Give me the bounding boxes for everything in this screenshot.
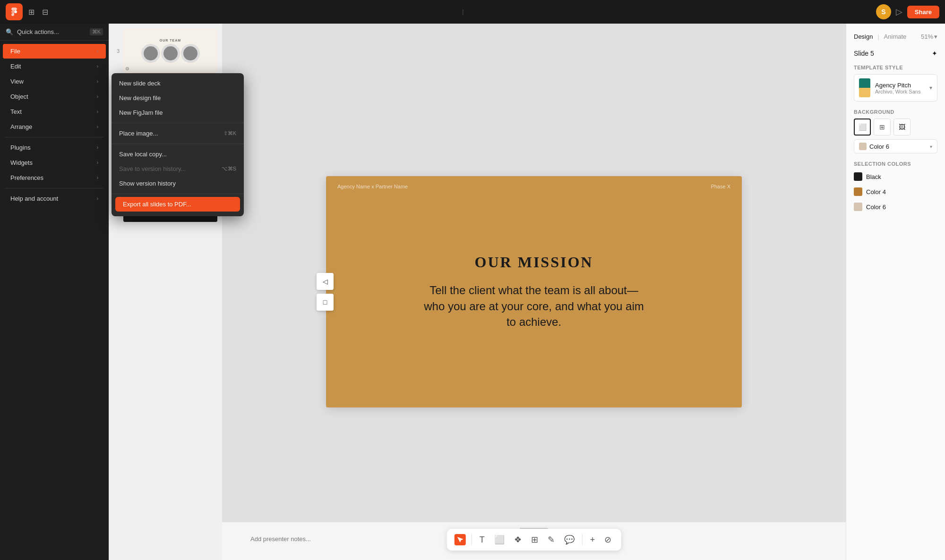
template-card[interactable]: Agency Pitch Archivo, Work Sans ▾ <box>854 74 937 102</box>
slide-nav: ◁ □ <box>317 273 334 311</box>
menu-arrow-view: › <box>97 79 98 84</box>
nav-btn-2[interactable]: □ <box>317 294 334 311</box>
right-panel: Design | Animate 51% ▾ Slide 5 ✦ Templat… <box>846 24 945 560</box>
toolbar-pen-btn[interactable]: ✎ <box>546 533 557 547</box>
menu-arrow-preferences: › <box>97 175 98 180</box>
color-select-arrow-icon: ▾ <box>930 144 932 149</box>
selection-colors-section: Selection colors Black Color 4 Color 6 <box>854 161 937 213</box>
bg-option-gradient[interactable]: ⊞ <box>874 119 891 136</box>
background-color-name: Color 6 <box>869 143 889 150</box>
background-section: Background ⬜ ⊞ 🖼 Color 6 ▾ <box>854 109 937 153</box>
template-info: Agency Pitch Archivo, Work Sans <box>875 82 920 94</box>
slide-img-3: OUR TEAM ⚙ <box>122 27 218 74</box>
toolbar-cursor-btn[interactable] <box>455 534 466 545</box>
zoom-indicator[interactable]: 51% ▾ <box>921 33 937 40</box>
bottom-toolbar: T ⬜ ❖ ⊞ ✎ 💬 + ⊘ <box>447 529 621 551</box>
tab-animate[interactable]: Animate <box>884 31 907 42</box>
right-panel-header: Design | Animate 51% ▾ <box>854 31 937 42</box>
user-avatar[interactable]: S <box>876 4 891 19</box>
left-sidebar: 🔍 Quick actions... ⌘K File › Edit › View… <box>0 24 109 560</box>
slide-header-right: Phase X <box>711 184 730 189</box>
slide-body: Tell the client what the team is all abo… <box>424 282 644 330</box>
menu-item-edit[interactable]: Edit › <box>3 59 106 74</box>
background-color-select[interactable]: Color 6 ▾ <box>854 139 937 153</box>
menu-item-file[interactable]: File › <box>3 44 106 59</box>
background-options: ⬜ ⊞ 🖼 <box>854 119 937 136</box>
template-name: Agency Pitch <box>875 82 920 89</box>
toolbar-table-btn[interactable]: ⊞ <box>529 533 540 547</box>
menu-item-preferences[interactable]: Preferences › <box>3 170 106 185</box>
quick-actions[interactable]: 🔍 Quick actions... ⌘K <box>0 24 109 41</box>
menu-item-arrange[interactable]: Arrange › <box>3 119 106 134</box>
topbar-center: | <box>457 8 468 15</box>
right-panel-tabs: Design | Animate <box>854 31 906 42</box>
nav-btn-1[interactable]: ◁ <box>317 273 334 290</box>
toolbar-component-btn[interactable]: ❖ <box>512 533 524 547</box>
toolbar-text-btn[interactable]: T <box>478 533 487 547</box>
toolbar-divider-2 <box>582 534 583 545</box>
sidebar-toggle-btn[interactable]: ⊞ <box>26 6 36 18</box>
bg-option-solid[interactable]: ⬜ <box>854 119 871 136</box>
search-icon: 🔍 <box>6 28 13 35</box>
template-style-label: Template style <box>854 65 937 70</box>
menu-separator-2 <box>5 188 104 188</box>
color-name-black: Black <box>866 173 881 180</box>
color-swatch-color6 <box>854 203 862 211</box>
color-name-color6: Color 6 <box>866 204 886 211</box>
menu-separator-1 <box>5 137 104 137</box>
background-label: Background <box>854 109 937 115</box>
chevron-down-icon: ▾ <box>934 33 937 40</box>
topbar-right: S ▷ Share <box>876 4 939 19</box>
tab-design[interactable]: Design <box>854 31 873 42</box>
color-item-black[interactable]: Black <box>854 170 937 183</box>
menu-item-plugins[interactable]: Plugins › <box>3 140 106 155</box>
menu-item-help[interactable]: Help and account › <box>3 191 106 206</box>
dropdown-show-version[interactable]: Show version history <box>112 176 244 191</box>
menu-item-text[interactable]: Text › <box>3 104 106 119</box>
file-dropdown: New slide deck New design file New FigJa… <box>112 73 244 216</box>
toolbar-image-btn[interactable]: ⬜ <box>492 533 507 547</box>
dropdown-new-design[interactable]: New design file <box>112 91 244 105</box>
dropdown-export-pdf[interactable]: Export all slides to PDF... <box>115 197 240 212</box>
play-icon[interactable]: ▷ <box>896 7 902 17</box>
color-name-color4: Color 4 <box>866 188 886 195</box>
toolbar-comment-btn[interactable]: 💬 <box>562 533 576 547</box>
menu-item-object[interactable]: Object › <box>3 89 106 104</box>
app-logo[interactable] <box>6 3 23 20</box>
menu-arrow-plugins: › <box>97 145 98 150</box>
color-list: Black Color 4 Color 6 <box>854 170 937 213</box>
dropdown-save-version: Save to version history... ⌥⌘S <box>112 161 244 176</box>
dropdown-new-figjam[interactable]: New FigJam file <box>112 105 244 120</box>
main-layout: 🔍 Quick actions... ⌘K File › Edit › View… <box>0 24 945 560</box>
color-swatch-color4 <box>854 187 862 196</box>
color-item-color6[interactable]: Color 6 <box>854 201 937 213</box>
quick-actions-kbd: ⌘K <box>90 28 103 35</box>
dropdown-sep-1 <box>112 123 244 123</box>
toolbar-more-btn[interactable]: ⊘ <box>602 533 613 547</box>
menu-arrow-object: › <box>97 94 98 99</box>
slide-canvas: Agency Name x Partner Name Phase X OUR M… <box>326 176 742 407</box>
grid-toggle-btn[interactable]: ⊟ <box>40 6 50 18</box>
toolbar-divider-1 <box>472 534 472 545</box>
slide-label: Slide 5 ✦ <box>854 50 937 57</box>
menu-item-view[interactable]: View › <box>3 74 106 89</box>
topbar: ⊞ ⊟ | S ▷ Share <box>0 0 945 24</box>
share-button[interactable]: Share <box>907 6 939 18</box>
template-fonts: Archivo, Work Sans <box>875 89 920 94</box>
slide-header-left: Agency Name x Partner Name <box>337 184 408 189</box>
toolbar-add-btn[interactable]: + <box>588 533 597 547</box>
dropdown-save-copy[interactable]: Save local copy... <box>112 147 244 161</box>
dropdown-place-image[interactable]: Place image... ⇧⌘K <box>112 126 244 141</box>
color-swatch-black <box>854 172 862 181</box>
topbar-left: ⊞ ⊟ <box>6 3 50 20</box>
dropdown-new-slide[interactable]: New slide deck <box>112 76 244 91</box>
topbar-view-icons: ⊞ ⊟ <box>26 6 50 18</box>
color-item-color4[interactable]: Color 4 <box>854 186 937 198</box>
template-arrow-icon: ▾ <box>929 85 932 91</box>
menu-item-widgets[interactable]: Widgets › <box>3 155 106 170</box>
dropdown-sep-3 <box>112 194 244 194</box>
star-icon[interactable]: ✦ <box>932 50 937 57</box>
bg-option-image[interactable]: 🖼 <box>893 119 911 136</box>
slide-thumb-3[interactable]: 3 OUR TEAM ⚙ <box>113 27 218 74</box>
template-swatch <box>859 78 870 97</box>
